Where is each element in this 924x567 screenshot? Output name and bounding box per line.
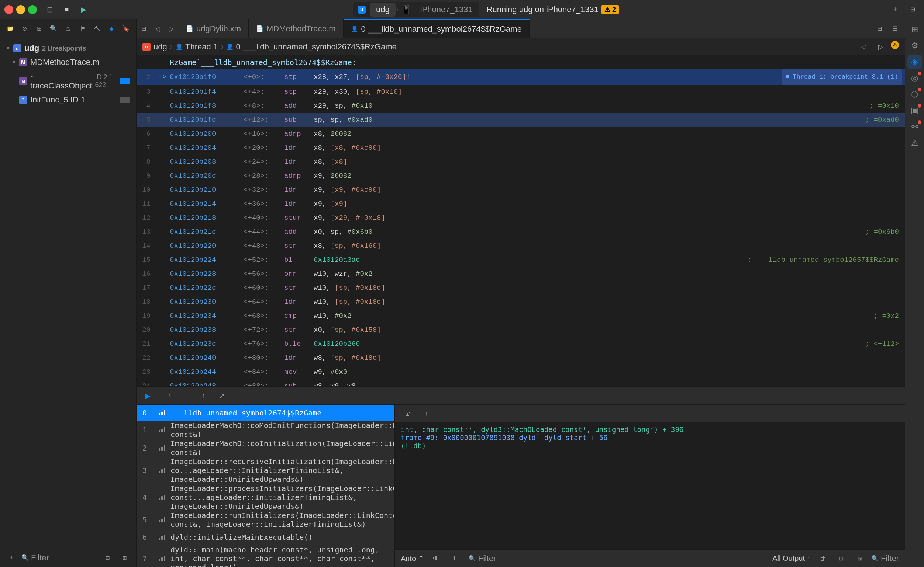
minimize-button[interactable] [16, 5, 25, 14]
output-view-toggle2[interactable]: ⊠ [853, 553, 867, 564]
add-breakpoint-button[interactable]: + [5, 552, 18, 564]
right-icon-7[interactable]: ⚯ [907, 120, 922, 134]
stack-frame-0[interactable]: 0 ___lldb_unnamed_symbol2674$$RzGame [137, 405, 394, 421]
sidebar-view-toggle1[interactable]: ⊟ [101, 552, 115, 564]
sidebar-flag-icon[interactable]: ⚑ [77, 23, 88, 34]
right-icon-2[interactable]: ⚙ [907, 38, 922, 53]
tab-lldb-symbol[interactable]: 👤 0 ___lldb_unnamed_symbol2674$$RzGame [343, 19, 530, 38]
nav-back-button[interactable]: ◁ [857, 41, 871, 53]
code-line-5[interactable]: 5 0x10120b1fc <+12>: sub sp, sp, #0xad0 … [137, 113, 905, 127]
output-view-toggle1[interactable]: ⊟ [834, 553, 848, 564]
output-trash-button[interactable]: 🗑 [816, 553, 830, 564]
step-into-button[interactable]: ↓ [178, 390, 192, 402]
code-line-10[interactable]: 10 0x10120b210 <+32>: ldr x9, [x9, #0xc9… [137, 183, 905, 197]
step-over-button[interactable]: ⟶ [160, 390, 173, 402]
sidebar-toggle-button[interactable]: ⊟ [43, 4, 57, 15]
code-line-19[interactable]: 19 0x10120b234 <+68>: cmp w10, #0x2 ; =0… [137, 309, 905, 323]
tab-forward-button[interactable]: ▷ [165, 23, 179, 34]
code-line-14[interactable]: 14 0x10120b220 <+48>: str x8, [sp, #0x16… [137, 239, 905, 253]
scheme-name[interactable]: udg [370, 3, 396, 16]
sidebar-project-header[interactable]: ▼ u udg 2 Breakpoints [0, 41, 136, 55]
right-icon-4[interactable]: ◎ [907, 71, 922, 86]
code-line-21[interactable]: 21 0x10120b23c <+76>: b.le 0x10120b260 ;… [137, 337, 905, 351]
stack-frame-3[interactable]: 3 ImageLoader::recursiveInitialization(I… [137, 457, 394, 484]
code-line-3[interactable]: 3 0x10120b1f4 <+4>: stp x29, x30, [sp, #… [137, 85, 905, 99]
sidebar-view-toggle2[interactable]: ⊠ [118, 552, 132, 564]
sidebar-tools-icon[interactable]: ⛏ [91, 23, 102, 34]
code-line-9[interactable]: 9 0x10120b20c <+28>: adrp x9, 20082 [137, 169, 905, 183]
scheme-selector[interactable]: u udg › 📱 iPhone7_1331 [353, 2, 479, 17]
step-instruction-button[interactable]: ↗ [215, 390, 229, 402]
nav-forward-button[interactable]: ▷ [874, 41, 888, 53]
maximize-button[interactable] [28, 5, 37, 14]
sidebar-breakpoint-icon[interactable]: ⊘ [19, 23, 30, 34]
code-line-2[interactable]: 2 -> 0x10120b1f0 <+0>: stp x28, x27, [sp… [137, 69, 905, 85]
close-button[interactable] [5, 5, 13, 14]
all-output-select[interactable]: All Output ⌃ [772, 554, 811, 562]
tab-mdmethodtrace[interactable]: 📄 MDMethodTrace.m [249, 19, 343, 38]
stop-button[interactable]: ■ [60, 4, 74, 15]
code-line-17[interactable]: 17 0x10120b22c <+60>: str w10, [sp, #0x1… [137, 281, 905, 295]
tab-back-button[interactable]: ◁ [150, 23, 165, 34]
stack-frame-5[interactable]: 5 ImageLoader::runInitializers(ImageLoad… [137, 511, 394, 529]
sidebar-warning-icon[interactable]: ⚠ [62, 23, 74, 34]
warning-badge[interactable]: ⚠ 2 [602, 5, 619, 14]
continue-button[interactable]: ▶ [141, 390, 155, 402]
output-share-button[interactable]: ↑ [419, 408, 433, 420]
sidebar-toggle-icon[interactable]: ◆ [106, 23, 117, 34]
output-eye-button[interactable]: 👁 [429, 553, 443, 564]
output-filter-right[interactable]: 🔍 Filter [871, 554, 899, 563]
output-filter-button[interactable]: 🔍 Filter [469, 554, 496, 563]
right-icon-5[interactable]: ⬡ [907, 87, 922, 102]
add-tab-button[interactable]: + [889, 4, 903, 15]
stack-frame-4[interactable]: 4 ImageLoader::processInitializers(Image… [137, 484, 394, 511]
code-line-6[interactable]: 6 0x10120b200 <+16>: adrp x8, 20082 [137, 127, 905, 141]
sidebar-bookmark-icon[interactable]: 🔖 [120, 23, 132, 34]
code-line-7[interactable]: 7 0x10120b204 <+20>: ldr x8, [x8, #0xc90… [137, 141, 905, 155]
code-line-18[interactable]: 18 0x10120b230 <+64>: ldr w10, [sp, #0x1… [137, 295, 905, 309]
code-scroll[interactable]: RzGame`___lldb_unnamed_symbol2674$$RzGam… [137, 55, 905, 386]
sidebar-method-traceclassobject[interactable]: M -traceClassObject ID 2.1 622 [0, 69, 136, 93]
code-line-15[interactable]: 15 0x10120b224 <+52>: bl 0x10120a3ac ; _… [137, 253, 905, 267]
code-line-8[interactable]: 8 0x10120b208 <+24>: ldr x8, [x8] [137, 155, 905, 169]
output-clear-button[interactable]: 🗑 [401, 408, 415, 420]
stack-frame-6[interactable]: 6 dyld::initializeMainExecutable() [137, 529, 394, 545]
editor-layout-button[interactable]: ⊟ [872, 23, 886, 34]
code-line-13[interactable]: 13 0x10120b21c <+44>: add x0, sp, #0x6b0… [137, 225, 905, 239]
stack-frame-7[interactable]: 7 dyld::_main(macho_header const*, unsig… [137, 545, 394, 567]
layout-button[interactable]: ⊟ [906, 4, 919, 15]
code-line-22[interactable]: 22 0x10120b240 <+80>: ldr w8, [sp, #0x18… [137, 351, 905, 365]
code-line-20[interactable]: 20 0x10120b238 <+72>: str x0, [sp, #0x15… [137, 323, 905, 337]
stack-frame-1[interactable]: 1 ImageLoaderMachO::doModInitFunctions(I… [137, 421, 394, 439]
device-name[interactable]: iPhone7_1331 [414, 3, 479, 16]
code-line-23[interactable]: 23 0x10120b244 <+84>: mov w9, #0x0 [137, 365, 905, 379]
breakpoint-toggle-inactive[interactable] [120, 97, 130, 103]
code-line-16[interactable]: 16 0x10120b228 <+56>: orr w10, wzr, #0x2 [137, 267, 905, 281]
code-line-24[interactable]: 24 0x10120b248 <+88>: sub w8, w9, w8 [137, 379, 905, 386]
tab-udgdylib[interactable]: 📄 udgDylib.xm [179, 19, 249, 38]
filter-button[interactable]: 🔍 Filter [21, 553, 49, 562]
output-info-button[interactable]: ℹ [447, 553, 461, 564]
sidebar-nav-icon[interactable]: ⊞ [33, 23, 45, 34]
tab-grid-icon[interactable]: ⊞ [137, 23, 150, 34]
stack-frame-2[interactable]: 2 ImageLoaderMachO::doInitialization(Ima… [137, 439, 394, 457]
right-icon-8[interactable]: ⚠ [907, 136, 922, 150]
auto-select[interactable]: Auto ⌃ [401, 554, 424, 563]
editor-panel-button[interactable]: ☰ [888, 23, 902, 34]
right-icon-3[interactable]: ◈ [907, 54, 922, 69]
code-line-12[interactable]: 12 0x10120b218 <+40>: stur x9, [x29, #-0… [137, 211, 905, 225]
right-icon-6[interactable]: ▣ [907, 103, 922, 118]
sidebar-file-mdmethodtrace[interactable]: ▼ M MDMethodTrace.m [0, 55, 136, 69]
sidebar-search-icon[interactable]: 🔍 [48, 23, 59, 34]
sidebar-method-initfunc[interactable]: Σ InitFunc_5 ID 1 [0, 93, 136, 107]
breadcrumb-udg[interactable]: udg [153, 42, 167, 52]
step-out-button[interactable]: ↑ [196, 390, 210, 402]
code-line-4[interactable]: 4 0x10120b1f8 <+8>: add x29, sp, #0x10 ;… [137, 99, 905, 113]
breadcrumb-thread[interactable]: 👤 Thread 1 [176, 42, 218, 52]
code-line-11[interactable]: 11 0x10120b214 <+36>: ldr x9, [x9] [137, 197, 905, 211]
right-icon-1[interactable]: ⊞ [907, 22, 922, 37]
breakpoint-toggle-active[interactable] [120, 78, 130, 84]
breadcrumb-symbol[interactable]: 👤 0 ___lldb_unnamed_symbol2674$$RzGame [226, 42, 396, 52]
run-button[interactable]: ▶ [77, 4, 91, 15]
sidebar-folder-icon[interactable]: 📁 [5, 23, 16, 34]
